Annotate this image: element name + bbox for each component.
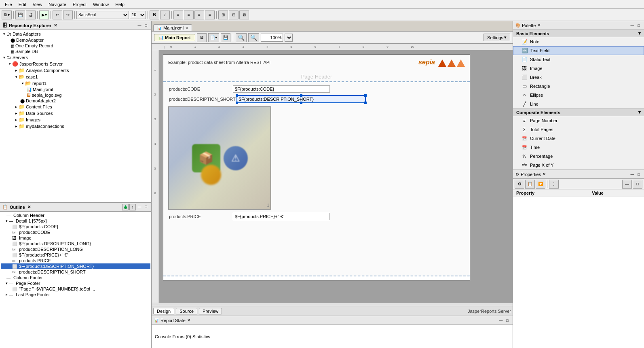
repo-maximize-btn[interactable]: □ xyxy=(143,23,149,28)
menu-window[interactable]: Window xyxy=(90,1,112,8)
line-item[interactable]: ╱ Line xyxy=(513,100,644,108)
page-x-of-y-item[interactable]: #/# Page X of Y xyxy=(513,161,644,170)
mydataconnections-item[interactable]: ▸ 📁 mydataconnections xyxy=(1,123,150,129)
properties-close-icon[interactable]: ✕ xyxy=(543,172,546,176)
page-btn[interactable]: 📄▾ xyxy=(208,33,219,42)
percentage-item[interactable]: % Percentage xyxy=(513,152,644,161)
content-files-item[interactable]: ▸ 📁 Content Files xyxy=(1,104,150,110)
text-field-item[interactable]: 🔤 Text Field xyxy=(513,46,644,55)
static-text-item[interactable]: 📄 Static Text xyxy=(513,55,644,64)
total-pages-item[interactable]: Σ Total Pages xyxy=(513,125,644,134)
layout-btn-2[interactable]: ⊟ xyxy=(229,11,239,19)
report-state-close[interactable]: ✕ xyxy=(187,318,190,323)
palette-maximize[interactable]: □ xyxy=(636,23,642,28)
products-code-field-item[interactable]: ⬜ $F{products:CODE} xyxy=(1,224,150,229)
horizontal-scrollbar[interactable] xyxy=(152,303,513,306)
case1-item[interactable]: ▾ 📂 case1 xyxy=(1,74,150,80)
handle-tl[interactable] xyxy=(236,94,238,97)
report1-item[interactable]: ▾ 📂 report1 xyxy=(1,80,150,87)
jasper-server-item[interactable]: ▾ 🔴 JasperReports Server xyxy=(1,61,150,67)
new-button[interactable]: 🗎▾ xyxy=(2,11,12,19)
desc-short-value-field[interactable]: $F{products:DESCRIPTION_SHORT} xyxy=(236,95,366,103)
undo-button[interactable]: ↩ xyxy=(53,11,62,19)
props-more-btn[interactable]: ⋮ xyxy=(549,180,559,189)
menu-project[interactable]: Project xyxy=(70,1,90,8)
break-item[interactable]: ⬜ Break xyxy=(513,73,644,82)
handle-bl[interactable] xyxy=(236,102,238,104)
props-btn-1[interactable]: ⚙ xyxy=(515,180,524,189)
main-jrxml-tab[interactable]: 📊 Main.jrxml ✕ xyxy=(153,24,192,31)
note-item[interactable]: 📝 Note xyxy=(513,37,644,46)
zoom-in-btn[interactable]: 🔍 xyxy=(248,33,259,42)
code-label-field[interactable]: products:CODE xyxy=(168,86,233,92)
justify-button[interactable]: ≡ xyxy=(205,11,215,19)
align-center-button[interactable]: ≡ xyxy=(184,11,194,19)
last-page-footer-item[interactable]: ▸ — Last Page Footer xyxy=(1,292,150,297)
product-image[interactable]: 📦 ⚠ 1 xyxy=(168,106,271,210)
bold-button[interactable]: B xyxy=(150,11,159,19)
desc-short-label-field[interactable]: products:DESCRIPTION_SHORT xyxy=(168,96,236,102)
basic-elements-header[interactable]: Basic Elements ▾ xyxy=(513,30,644,37)
tab-close-icon[interactable]: ✕ xyxy=(185,26,188,30)
column-header-item[interactable]: — Column Header xyxy=(1,212,150,218)
page-number-field-item[interactable]: ⬜ "Page "+$V{PAGE_NUMBER}.toStri ... xyxy=(1,286,150,292)
handle-tm[interactable] xyxy=(300,94,302,97)
sample-db-item[interactable]: ▦ Sample DB xyxy=(1,49,150,54)
props-minimize[interactable]: — xyxy=(629,172,635,177)
font-select[interactable]: SansSerif xyxy=(76,11,129,19)
ellipse-item[interactable]: ○ Ellipse xyxy=(513,91,644,100)
composite-elements-header[interactable]: Composite Elements ▾ xyxy=(513,108,644,116)
desc-short-field-item[interactable]: ⬜ $F{products:DESCRIPTION_SHORT} xyxy=(1,263,150,269)
rectangle-item[interactable]: ▭ Rectangle xyxy=(513,82,644,91)
menu-edit[interactable]: Edit xyxy=(15,1,30,8)
page-number-palette-item[interactable]: # Page Number xyxy=(513,116,644,125)
outline-close-icon[interactable]: ✕ xyxy=(27,205,31,209)
images-item[interactable]: ▸ 📁 Images xyxy=(1,117,150,123)
sepia-logo-item[interactable]: 🖼 sepia_logo.svg xyxy=(1,92,150,98)
layout-btn-3[interactable]: ⊠ xyxy=(239,11,249,19)
description-long-label-item[interactable]: lbl products:DESCRIPTION_LONG xyxy=(1,246,150,252)
preview-tab[interactable]: Preview xyxy=(199,308,222,314)
detail1-item[interactable]: ▾ — Detail 1 [575px] xyxy=(1,218,150,224)
print-button[interactable]: 🖨 xyxy=(26,11,36,19)
palette-close-icon[interactable]: ✕ xyxy=(537,23,541,28)
outline-tree-btn[interactable]: 🌲 xyxy=(122,204,129,210)
design-tab[interactable]: Design xyxy=(153,308,174,314)
image-item[interactable]: 🖼 Image xyxy=(1,235,150,241)
handle-tr[interactable] xyxy=(364,94,367,97)
page-footer-item[interactable]: ▾ — Page Footer xyxy=(1,280,150,286)
demo-adapter2-item[interactable]: ⬤ DemoAdapter2 xyxy=(1,98,150,104)
align-right-button[interactable]: ≡ xyxy=(194,11,204,19)
settings-button[interactable]: Settings ▾ xyxy=(484,34,510,41)
props-filter-btn[interactable]: 🔽 xyxy=(536,180,545,189)
props-view-btn-2[interactable]: □ xyxy=(633,180,642,189)
main-jrxml-item[interactable]: 📊 Main.jrxml xyxy=(1,87,150,92)
time-item[interactable]: 📅 Time xyxy=(513,143,644,152)
handle-bm[interactable] xyxy=(300,102,302,104)
analysis-components-item[interactable]: ▸ 📁 Analysis Components xyxy=(1,67,150,74)
column-footer-item[interactable]: — Column Footer xyxy=(1,275,150,280)
price-label-field[interactable]: products:PRICE xyxy=(168,213,233,220)
source-tab[interactable]: Source xyxy=(176,308,197,314)
zoom-out-btn[interactable]: 🔍 xyxy=(236,33,247,42)
code-value-field[interactable]: $F{products:CODE} xyxy=(233,85,330,93)
products-code-label-item[interactable]: lbl products:CODE xyxy=(1,229,150,235)
menu-navigate[interactable]: Navigate xyxy=(45,1,69,8)
data-sources-item[interactable]: ▸ 📁 Data Sources xyxy=(1,110,150,117)
description-long-field-item[interactable]: ⬜ $F{products:DESCRIPTION_LONG} xyxy=(1,241,150,246)
report-canvas[interactable]: Page Header Example: product data sheet … xyxy=(163,54,470,281)
rs-minimize[interactable]: — xyxy=(498,318,504,323)
price-value-field[interactable]: $F{products:PRICE}+" €" xyxy=(233,213,330,220)
preview-view-btn[interactable]: 🖥 xyxy=(197,33,207,42)
current-date-item[interactable]: 📅 Current Date xyxy=(513,134,644,143)
zoom-select[interactable]: ▾ xyxy=(285,34,293,42)
props-maximize[interactable]: □ xyxy=(636,172,642,177)
menu-help[interactable]: Help xyxy=(112,1,128,8)
repo-close-icon[interactable]: ✕ xyxy=(54,23,57,28)
report-tab-button[interactable]: 📊 Main Report xyxy=(154,34,195,41)
image-palette-item[interactable]: 🖼 Image xyxy=(513,64,644,73)
palette-minimize[interactable]: — xyxy=(629,23,635,28)
price-field-item[interactable]: ⬜ $F{products:PRICE}+" €" xyxy=(1,252,150,258)
outline-minimize-btn[interactable]: — xyxy=(137,204,142,210)
props-view-btn-1[interactable]: — xyxy=(622,180,632,189)
